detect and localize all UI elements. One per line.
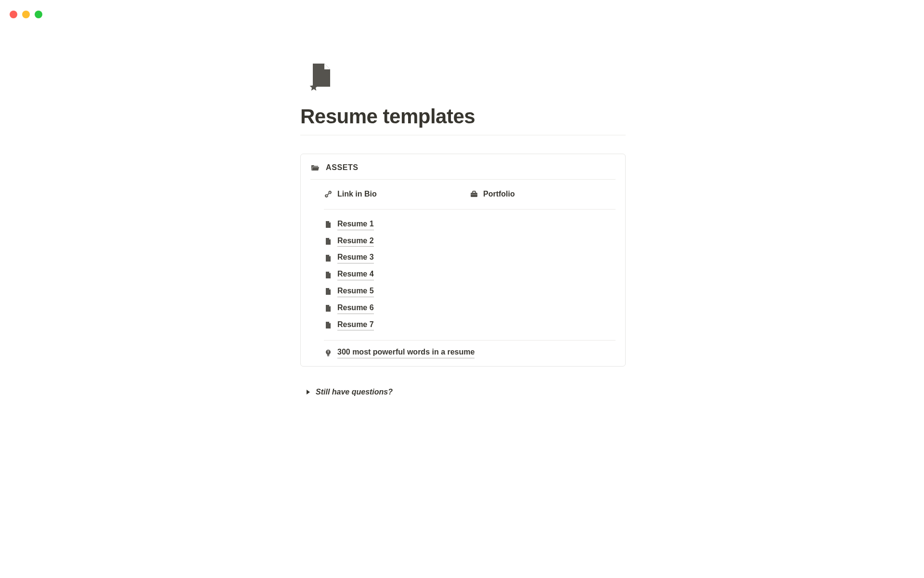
faq-toggle[interactable]: Still have questions? bbox=[305, 388, 626, 396]
page-icon bbox=[324, 271, 333, 279]
page-icon bbox=[324, 220, 333, 229]
svg-rect-0 bbox=[471, 193, 477, 197]
link-label: Resume 6 bbox=[337, 303, 374, 314]
page-container: Resume templates ASSETS Link in Bio bbox=[298, 0, 626, 396]
page-title[interactable]: Resume templates bbox=[300, 105, 626, 128]
resume-list: Resume 1 Resume 2 Resume 3 Resume 4 bbox=[324, 210, 616, 341]
assets-heading: ASSETS bbox=[326, 163, 359, 172]
triangle-right-icon bbox=[305, 389, 311, 395]
assets-callout: ASSETS Link in Bio P bbox=[300, 154, 626, 367]
svg-text:T: T bbox=[327, 350, 329, 354]
page-icon bbox=[324, 254, 333, 263]
minimize-window-button[interactable] bbox=[22, 11, 30, 18]
list-item[interactable]: Resume 2 bbox=[324, 233, 616, 250]
toggle-label: Still have questions? bbox=[316, 388, 393, 396]
close-window-button[interactable] bbox=[10, 11, 17, 18]
link-label: Link in Bio bbox=[337, 189, 377, 199]
link-label: Resume 3 bbox=[337, 252, 374, 263]
maximize-window-button[interactable] bbox=[35, 11, 42, 18]
list-item[interactable]: Resume 6 bbox=[324, 300, 616, 317]
link-icon bbox=[324, 190, 333, 198]
svg-rect-3 bbox=[327, 354, 330, 355]
briefcase-icon bbox=[470, 190, 478, 198]
page-icon bbox=[324, 321, 333, 329]
asset-portfolio[interactable]: Portfolio bbox=[470, 189, 616, 199]
link-label: Resume 5 bbox=[337, 286, 374, 297]
list-item[interactable]: Resume 3 bbox=[324, 250, 616, 266]
link-label: Resume 7 bbox=[337, 320, 374, 331]
divider bbox=[300, 135, 626, 135]
page-icon bbox=[324, 237, 333, 246]
link-label: Portfolio bbox=[483, 189, 515, 199]
assets-header: ASSETS bbox=[310, 163, 616, 180]
link-label: 300 most powerful words in a resume bbox=[337, 347, 475, 358]
svg-rect-1 bbox=[471, 194, 477, 195]
list-item[interactable]: Resume 1 bbox=[324, 216, 616, 233]
lightbulb-icon: T bbox=[324, 349, 333, 357]
asset-link-in-bio[interactable]: Link in Bio bbox=[324, 189, 470, 199]
svg-rect-4 bbox=[327, 355, 329, 356]
assets-top-row: Link in Bio Portfolio bbox=[324, 180, 616, 210]
window-traffic-lights bbox=[10, 11, 42, 18]
link-label: Resume 4 bbox=[337, 269, 374, 280]
tip-link[interactable]: T 300 most powerful words in a resume bbox=[324, 341, 616, 358]
page-icon bbox=[324, 287, 333, 296]
list-item[interactable]: Resume 4 bbox=[324, 266, 616, 283]
list-item[interactable]: Resume 5 bbox=[324, 283, 616, 300]
link-label: Resume 1 bbox=[337, 219, 374, 230]
page-icon bbox=[324, 304, 333, 313]
page-icon[interactable] bbox=[306, 63, 626, 92]
folder-open-icon bbox=[310, 163, 320, 172]
link-label: Resume 2 bbox=[337, 236, 374, 247]
list-item[interactable]: Resume 7 bbox=[324, 317, 616, 334]
